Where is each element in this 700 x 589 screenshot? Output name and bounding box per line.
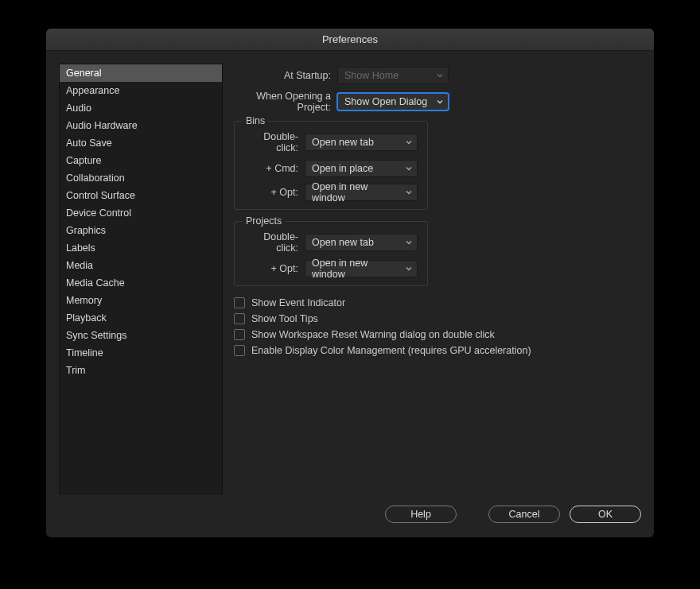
startup-value: Show Home xyxy=(344,70,399,81)
sidebar-item-trim[interactable]: Trim xyxy=(60,362,222,379)
chevron-down-icon xyxy=(437,99,443,105)
check-color-mgmt-row[interactable]: Enable Display Color Management (require… xyxy=(234,345,641,356)
bins-opt-dropdown[interactable]: Open in new window xyxy=(305,184,418,201)
projects-opt-dropdown[interactable]: Open in new window xyxy=(305,260,418,277)
bins-dblclick-label: Double-click: xyxy=(244,131,298,153)
preferences-window: Preferences GeneralAppearanceAudioAudio … xyxy=(46,29,654,537)
cancel-button[interactable]: Cancel xyxy=(488,506,560,523)
window-title: Preferences xyxy=(322,33,378,45)
sidebar-item-graphics[interactable]: Graphics xyxy=(60,222,222,239)
sidebar-item-auto-save[interactable]: Auto Save xyxy=(60,134,222,152)
checkbox-workspace-warning[interactable] xyxy=(234,329,245,340)
bins-cmd-label: + Cmd: xyxy=(244,163,298,174)
checkbox-tool-tips[interactable] xyxy=(234,313,245,324)
open-project-value: Show Open Dialog xyxy=(344,96,427,107)
sidebar-item-playback[interactable]: Playback xyxy=(60,309,222,327)
help-button[interactable]: Help xyxy=(385,506,457,523)
check-event-indicator-label: Show Event Indicator xyxy=(251,297,345,308)
chevron-down-icon xyxy=(406,165,412,172)
sidebar-item-capture[interactable]: Capture xyxy=(60,152,222,169)
ok-button[interactable]: OK xyxy=(570,506,641,523)
sidebar-item-appearance[interactable]: Appearance xyxy=(60,82,222,99)
sidebar-item-media-cache[interactable]: Media Cache xyxy=(60,274,222,292)
startup-row: At Startup: Show Home xyxy=(234,67,641,84)
category-sidebar: GeneralAppearanceAudioAudio HardwareAuto… xyxy=(59,64,223,494)
main-panel: At Startup: Show Home When Opening a Pro… xyxy=(234,64,641,494)
chevron-down-icon xyxy=(406,189,412,196)
sidebar-item-sync-settings[interactable]: Sync Settings xyxy=(60,327,222,344)
bins-group: Bins Double-click: Open new tab + Cmd: O… xyxy=(234,121,428,210)
check-workspace-warning-row[interactable]: Show Workspace Reset Warning dialog on d… xyxy=(234,329,641,340)
footer: Help Cancel OK xyxy=(46,494,654,537)
chevron-down-icon xyxy=(406,265,412,272)
startup-dropdown[interactable]: Show Home xyxy=(337,67,449,84)
bins-cmd-dropdown[interactable]: Open in place xyxy=(305,160,418,177)
check-tool-tips-row[interactable]: Show Tool Tips xyxy=(234,313,641,324)
body: GeneralAppearanceAudioAudio HardwareAuto… xyxy=(46,51,654,494)
projects-group: Projects Double-click: Open new tab + Op… xyxy=(234,221,428,286)
check-tool-tips-label: Show Tool Tips xyxy=(251,313,318,324)
sidebar-item-media[interactable]: Media xyxy=(60,257,222,274)
projects-opt-label: + Opt: xyxy=(244,263,298,274)
sidebar-item-collaboration[interactable]: Collaboration xyxy=(60,169,222,187)
check-event-indicator-row[interactable]: Show Event Indicator xyxy=(234,297,641,308)
sidebar-item-timeline[interactable]: Timeline xyxy=(60,344,222,362)
sidebar-item-device-control[interactable]: Device Control xyxy=(60,204,222,222)
checkbox-color-mgmt[interactable] xyxy=(234,345,245,356)
projects-dblclick-label: Double-click: xyxy=(244,231,298,254)
sidebar-item-labels[interactable]: Labels xyxy=(60,239,222,257)
bins-dblclick-dropdown[interactable]: Open new tab xyxy=(305,134,418,151)
startup-label: At Startup: xyxy=(234,70,331,81)
bins-opt-label: + Opt: xyxy=(244,187,298,198)
checkbox-event-indicator[interactable] xyxy=(234,297,245,308)
titlebar: Preferences xyxy=(46,29,654,51)
projects-dblclick-dropdown[interactable]: Open new tab xyxy=(305,234,418,251)
chevron-down-icon xyxy=(406,139,412,145)
sidebar-item-control-surface[interactable]: Control Surface xyxy=(60,187,222,204)
sidebar-item-general[interactable]: General xyxy=(60,64,222,82)
chevron-down-icon xyxy=(437,72,443,79)
sidebar-item-audio[interactable]: Audio xyxy=(60,99,222,117)
check-color-mgmt-label: Enable Display Color Management (require… xyxy=(251,345,531,356)
chevron-down-icon xyxy=(406,239,412,246)
projects-title: Projects xyxy=(243,215,285,227)
open-project-row: When Opening a Project: Show Open Dialog xyxy=(234,91,641,113)
open-project-label: When Opening a Project: xyxy=(234,91,331,113)
check-workspace-warning-label: Show Workspace Reset Warning dialog on d… xyxy=(251,329,495,340)
bins-title: Bins xyxy=(243,115,268,126)
sidebar-item-memory[interactable]: Memory xyxy=(60,292,222,309)
sidebar-item-audio-hardware[interactable]: Audio Hardware xyxy=(60,117,222,134)
open-project-dropdown[interactable]: Show Open Dialog xyxy=(337,93,449,110)
